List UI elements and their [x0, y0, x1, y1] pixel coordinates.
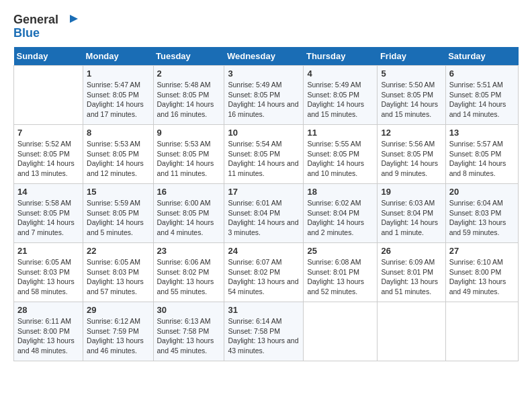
day-number: 21 — [17, 246, 79, 256]
day-number: 11 — [307, 128, 373, 138]
calendar-table: SundayMondayTuesdayWednesdayThursdayFrid… — [13, 47, 519, 361]
calendar-cell: 27Sunrise: 6:10 AMSunset: 8:00 PMDayligh… — [445, 243, 518, 302]
weekday-header-saturday: Saturday — [445, 47, 518, 66]
calendar-cell: 13Sunrise: 5:57 AMSunset: 8:05 PMDayligh… — [445, 125, 518, 184]
day-number: 7 — [17, 128, 79, 138]
day-info: Sunrise: 5:59 AMSunset: 8:05 PMDaylight:… — [87, 198, 149, 238]
calendar-cell: 22Sunrise: 6:05 AMSunset: 8:03 PMDayligh… — [83, 243, 153, 302]
day-number: 22 — [87, 246, 149, 256]
day-number: 19 — [381, 187, 441, 197]
day-number: 16 — [157, 187, 221, 197]
calendar-cell: 21Sunrise: 6:05 AMSunset: 8:03 PMDayligh… — [14, 243, 83, 302]
day-info: Sunrise: 5:56 AMSunset: 8:05 PMDaylight:… — [381, 139, 441, 179]
calendar-cell — [445, 302, 518, 361]
day-info: Sunrise: 6:05 AMSunset: 8:03 PMDaylight:… — [87, 257, 149, 297]
logo-bird-icon — [63, 13, 78, 27]
calendar-cell: 3Sunrise: 5:49 AMSunset: 8:05 PMDaylight… — [224, 66, 304, 125]
calendar-cell: 10Sunrise: 5:54 AMSunset: 8:05 PMDayligh… — [224, 125, 304, 184]
day-number: 31 — [228, 305, 300, 315]
calendar-cell: 30Sunrise: 6:13 AMSunset: 7:58 PMDayligh… — [153, 302, 224, 361]
calendar-cell: 25Sunrise: 6:08 AMSunset: 8:01 PMDayligh… — [304, 243, 378, 302]
day-number: 17 — [228, 187, 300, 197]
day-number: 4 — [307, 68, 373, 79]
day-info: Sunrise: 6:05 AMSunset: 8:03 PMDaylight:… — [17, 257, 79, 297]
calendar-cell — [304, 302, 378, 361]
day-info: Sunrise: 6:04 AMSunset: 8:03 PMDaylight:… — [449, 198, 515, 238]
week-row-1: 1Sunrise: 5:47 AMSunset: 8:05 PMDaylight… — [14, 66, 519, 125]
weekday-header-sunday: Sunday — [14, 47, 83, 66]
day-info: Sunrise: 6:00 AMSunset: 8:05 PMDaylight:… — [157, 198, 221, 238]
day-info: Sunrise: 5:48 AMSunset: 8:05 PMDaylight:… — [157, 80, 221, 120]
day-info: Sunrise: 5:52 AMSunset: 8:05 PMDaylight:… — [17, 139, 79, 179]
weekday-header-monday: Monday — [83, 47, 153, 66]
day-info: Sunrise: 5:53 AMSunset: 8:05 PMDaylight:… — [87, 139, 149, 179]
svg-marker-0 — [70, 15, 78, 23]
day-info: Sunrise: 6:14 AMSunset: 7:58 PMDaylight:… — [228, 316, 300, 356]
day-number: 28 — [17, 305, 79, 315]
day-number: 24 — [228, 246, 300, 256]
day-number: 18 — [307, 187, 373, 197]
day-number: 9 — [157, 128, 221, 138]
weekday-header-wednesday: Wednesday — [224, 47, 304, 66]
day-number: 30 — [157, 305, 221, 315]
weekday-header-friday: Friday — [378, 47, 445, 66]
day-info: Sunrise: 6:12 AMSunset: 7:59 PMDaylight:… — [87, 316, 149, 356]
calendar-cell: 12Sunrise: 5:56 AMSunset: 8:05 PMDayligh… — [378, 125, 445, 184]
calendar-cell: 31Sunrise: 6:14 AMSunset: 7:58 PMDayligh… — [224, 302, 304, 361]
logo: General Blue — [13, 13, 79, 40]
weekday-header-row: SundayMondayTuesdayWednesdayThursdayFrid… — [14, 47, 519, 66]
calendar-cell: 5Sunrise: 5:50 AMSunset: 8:05 PMDaylight… — [378, 66, 445, 125]
calendar-cell: 14Sunrise: 5:58 AMSunset: 8:05 PMDayligh… — [14, 184, 83, 243]
week-row-2: 7Sunrise: 5:52 AMSunset: 8:05 PMDaylight… — [14, 125, 519, 184]
calendar-cell: 17Sunrise: 6:01 AMSunset: 8:04 PMDayligh… — [224, 184, 304, 243]
page-header: General Blue — [13, 13, 519, 40]
day-info: Sunrise: 6:10 AMSunset: 8:00 PMDaylight:… — [449, 257, 515, 297]
calendar-cell: 23Sunrise: 6:06 AMSunset: 8:02 PMDayligh… — [153, 243, 224, 302]
day-info: Sunrise: 6:08 AMSunset: 8:01 PMDaylight:… — [307, 257, 373, 297]
calendar-cell: 2Sunrise: 5:48 AMSunset: 8:05 PMDaylight… — [153, 66, 224, 125]
day-number: 6 — [449, 68, 515, 79]
day-info: Sunrise: 6:03 AMSunset: 8:04 PMDaylight:… — [381, 198, 441, 238]
day-number: 23 — [157, 246, 221, 256]
day-info: Sunrise: 6:07 AMSunset: 8:02 PMDaylight:… — [228, 257, 300, 297]
calendar-cell: 4Sunrise: 5:49 AMSunset: 8:05 PMDaylight… — [304, 66, 378, 125]
calendar-cell — [378, 302, 445, 361]
calendar-cell: 20Sunrise: 6:04 AMSunset: 8:03 PMDayligh… — [445, 184, 518, 243]
day-info: Sunrise: 5:57 AMSunset: 8:05 PMDaylight:… — [449, 139, 515, 179]
calendar-cell: 18Sunrise: 6:02 AMSunset: 8:04 PMDayligh… — [304, 184, 378, 243]
day-number: 27 — [449, 246, 515, 256]
calendar-cell: 24Sunrise: 6:07 AMSunset: 8:02 PMDayligh… — [224, 243, 304, 302]
weekday-header-tuesday: Tuesday — [153, 47, 224, 66]
day-number: 5 — [381, 68, 441, 79]
calendar-cell: 15Sunrise: 5:59 AMSunset: 8:05 PMDayligh… — [83, 184, 153, 243]
week-row-5: 28Sunrise: 6:11 AMSunset: 8:00 PMDayligh… — [14, 302, 519, 361]
day-info: Sunrise: 6:06 AMSunset: 8:02 PMDaylight:… — [157, 257, 221, 297]
calendar-cell: 26Sunrise: 6:09 AMSunset: 8:01 PMDayligh… — [378, 243, 445, 302]
day-number: 13 — [449, 128, 515, 138]
day-info: Sunrise: 5:53 AMSunset: 8:05 PMDaylight:… — [157, 139, 221, 179]
calendar-cell: 6Sunrise: 5:51 AMSunset: 8:05 PMDaylight… — [445, 66, 518, 125]
day-number: 2 — [157, 68, 221, 79]
day-info: Sunrise: 5:58 AMSunset: 8:05 PMDaylight:… — [17, 198, 79, 238]
day-number: 20 — [449, 187, 515, 197]
calendar-cell: 16Sunrise: 6:00 AMSunset: 8:05 PMDayligh… — [153, 184, 224, 243]
calendar-cell: 8Sunrise: 5:53 AMSunset: 8:05 PMDaylight… — [83, 125, 153, 184]
calendar-cell: 29Sunrise: 6:12 AMSunset: 7:59 PMDayligh… — [83, 302, 153, 361]
day-info: Sunrise: 6:01 AMSunset: 8:04 PMDaylight:… — [228, 198, 300, 238]
logo-text: General Blue — [13, 13, 79, 40]
day-info: Sunrise: 5:47 AMSunset: 8:05 PMDaylight:… — [87, 80, 149, 120]
day-number: 26 — [381, 246, 441, 256]
day-number: 15 — [87, 187, 149, 197]
calendar-cell: 11Sunrise: 5:55 AMSunset: 8:05 PMDayligh… — [304, 125, 378, 184]
calendar-cell: 9Sunrise: 5:53 AMSunset: 8:05 PMDaylight… — [153, 125, 224, 184]
day-info: Sunrise: 5:49 AMSunset: 8:05 PMDaylight:… — [228, 80, 300, 120]
calendar-cell — [14, 66, 83, 125]
day-info: Sunrise: 5:50 AMSunset: 8:05 PMDaylight:… — [381, 80, 441, 120]
day-number: 10 — [228, 128, 300, 138]
calendar-cell: 1Sunrise: 5:47 AMSunset: 8:05 PMDaylight… — [83, 66, 153, 125]
day-number: 8 — [87, 128, 149, 138]
day-number: 29 — [87, 305, 149, 315]
day-info: Sunrise: 5:54 AMSunset: 8:05 PMDaylight:… — [228, 139, 300, 179]
week-row-4: 21Sunrise: 6:05 AMSunset: 8:03 PMDayligh… — [14, 243, 519, 302]
day-info: Sunrise: 6:13 AMSunset: 7:58 PMDaylight:… — [157, 316, 221, 356]
